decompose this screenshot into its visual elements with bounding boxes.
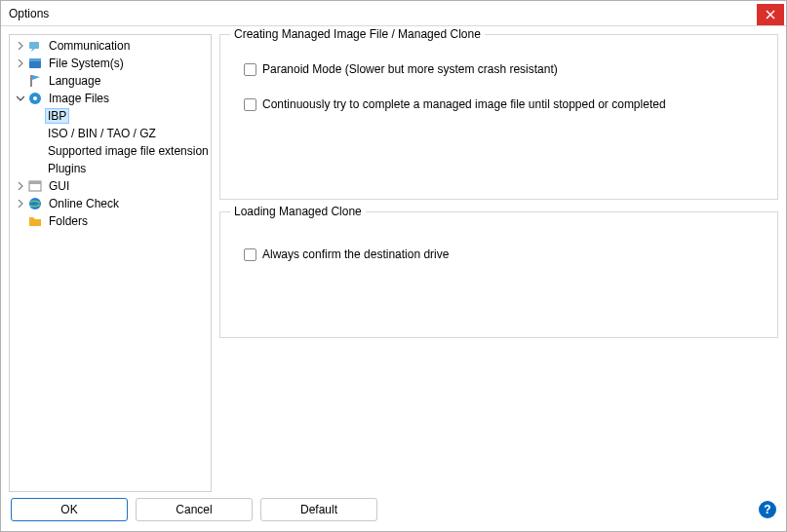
svg-rect-5 [30, 75, 32, 87]
check-label: Always confirm the destination drive [262, 247, 449, 261]
disc-icon [27, 91, 43, 106]
chevron-right-icon[interactable] [14, 197, 27, 210]
check-confirm-drive[interactable]: Always confirm the destination drive [244, 247, 764, 261]
checkbox-icon[interactable] [244, 248, 256, 261]
tree-item-language[interactable]: Language [10, 72, 211, 90]
tree-label: Language [46, 73, 103, 89]
help-icon: ? [764, 503, 770, 516]
titlebar: Options [1, 1, 786, 26]
tree-label: Communication [46, 38, 133, 54]
close-icon [766, 10, 775, 19]
group-legend: Creating Managed Image File / Managed Cl… [230, 27, 485, 41]
tree-item-gui[interactable]: GUI [10, 177, 211, 195]
chevron-right-icon[interactable] [14, 179, 27, 193]
window-icon [27, 178, 43, 194]
tree-item-ibp[interactable]: IBP [10, 107, 211, 125]
main-area: Communication File System(s) [9, 34, 778, 492]
checkbox-icon[interactable] [244, 63, 256, 76]
cancel-button[interactable]: Cancel [136, 498, 253, 521]
help-button[interactable]: ? [759, 501, 776, 518]
tree-label: Folders [46, 213, 91, 229]
chevron-right-icon[interactable] [14, 39, 27, 53]
tree-label: GUI [46, 178, 72, 194]
chevron-right-icon[interactable] [14, 57, 27, 70]
svg-point-10 [29, 198, 41, 209]
folder-icon [27, 213, 43, 229]
tree-label: Image Files [46, 91, 112, 106]
options-tree[interactable]: Communication File System(s) [9, 34, 212, 492]
settings-panel: Creating Managed Image File / Managed Cl… [219, 34, 778, 492]
default-button[interactable]: Default [260, 498, 377, 521]
check-paranoid[interactable]: Paranoid Mode (Slower but more system cr… [244, 62, 764, 76]
tree-item-imagefiles[interactable]: Image Files [10, 90, 211, 107]
tree-item-iso[interactable]: ISO / BIN / TAO / GZ [10, 125, 211, 142]
tree-label: File System(s) [46, 56, 127, 71]
tree-item-communication[interactable]: Communication [10, 37, 211, 55]
button-row: OK Cancel Default ? [9, 498, 778, 523]
group-loading: Loading Managed Clone Always confirm the… [219, 211, 778, 338]
window-title: Options [9, 7, 49, 20]
checkbox-icon[interactable] [244, 98, 256, 111]
group-legend: Loading Managed Clone [230, 205, 366, 218]
close-button[interactable] [757, 4, 784, 25]
check-label: Continuously try to complete a managed i… [262, 97, 666, 111]
client-area: Communication File System(s) [1, 26, 786, 531]
tree-item-extensions[interactable]: Supported image file extension [10, 142, 211, 160]
tree-label: IBP [45, 108, 69, 124]
ok-button[interactable]: OK [11, 498, 128, 521]
drive-icon [27, 56, 43, 71]
svg-point-7 [33, 96, 37, 100]
flag-icon [27, 73, 43, 89]
tree-label: Supported image file extension [45, 143, 211, 159]
group-creating: Creating Managed Image File / Managed Cl… [219, 34, 778, 200]
svg-rect-9 [29, 181, 41, 184]
communication-icon [27, 38, 43, 54]
tree-label: Plugins [45, 161, 89, 176]
check-label: Paranoid Mode (Slower but more system cr… [262, 62, 558, 76]
tree-label: ISO / BIN / TAO / GZ [45, 126, 159, 141]
tree-item-plugins[interactable]: Plugins [10, 160, 211, 177]
tree-item-filesystems[interactable]: File System(s) [10, 55, 211, 72]
check-continuous[interactable]: Continuously try to complete a managed i… [244, 97, 764, 111]
tree-item-folders[interactable]: Folders [10, 212, 211, 230]
svg-rect-4 [29, 58, 41, 61]
svg-rect-2 [29, 42, 39, 49]
tree-item-onlinecheck[interactable]: Online Check [10, 195, 211, 212]
tree-label: Online Check [46, 196, 122, 211]
globe-icon [27, 196, 43, 211]
chevron-down-icon[interactable] [14, 92, 27, 105]
